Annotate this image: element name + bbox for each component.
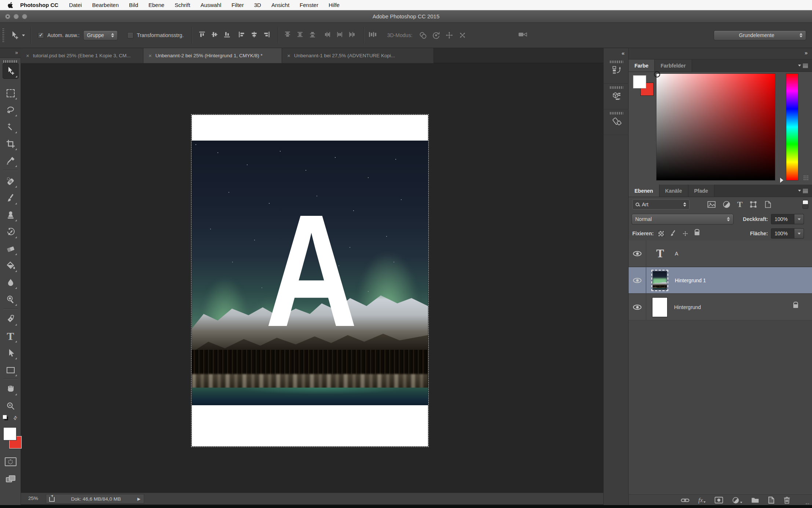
distribute-vertical-centers-icon[interactable] [296,30,306,40]
pen-tool[interactable] [0,311,21,328]
eyedropper-tool[interactable] [0,152,21,169]
crop-tool[interactable] [0,135,21,152]
panel-menu-button[interactable] [798,185,812,197]
opacity-caret-button[interactable] [794,214,804,224]
align-left-edges-icon[interactable] [238,30,247,40]
menu-fenster[interactable]: Fenster [295,0,323,10]
document-tab-1[interactable]: × tutorial.psd bei 25% (Ebene 1 Kopie 3,… [21,48,143,63]
auto-select-checkbox[interactable] [38,32,44,39]
spot-healing-brush-tool[interactable] [0,173,21,190]
layer-filter-toggle[interactable] [802,200,808,209]
expand-dock-icon[interactable]: » [805,50,808,56]
layer-name[interactable]: Hintergrund 1 [675,277,706,283]
transform-controls-checkbox[interactable] [127,32,133,39]
menu-schrift[interactable]: Schrift [169,0,195,10]
close-icon[interactable]: × [287,52,290,59]
new-group-button[interactable] [751,497,759,504]
menu-3d[interactable]: 3D [249,0,266,10]
zoom-level-field[interactable]: 25% [28,496,38,501]
rectangle-tool[interactable] [0,362,21,378]
lock-paint-icon[interactable] [669,230,677,237]
layer-row-text[interactable]: T A [629,240,812,267]
document-tab-2-active[interactable]: × Unbenannt-2 bei 25% (Hintergrund 1, CM… [143,48,282,63]
color-picker-marker[interactable] [654,71,660,77]
swap-colors-icon[interactable]: ⇄ [12,414,18,421]
menu-bearbeiten[interactable]: Bearbeiten [87,0,124,10]
threed-roll-icon[interactable] [431,30,441,40]
default-colors-icon[interactable] [4,417,8,420]
distribute-right-edges-icon[interactable] [348,30,358,40]
rectangular-marquee-tool[interactable] [0,85,21,102]
layer-row-hintergrund-locked[interactable]: Hintergrund [629,294,812,320]
lock-transparency-icon[interactable] [658,231,664,237]
distribute-spacing-icon[interactable] [368,30,378,40]
filter-pixel-layers-icon[interactable] [707,200,716,208]
distribute-bottom-edges-icon[interactable] [308,30,318,40]
device-preview-panel-button[interactable] [604,109,629,135]
tab-ebenen[interactable]: Ebenen [629,185,659,197]
close-icon[interactable]: × [149,52,152,59]
status-menu-arrow-icon[interactable]: ▶ [138,497,140,501]
distribute-top-edges-icon[interactable] [284,30,293,40]
tab-pfade[interactable]: Pfade [688,185,714,197]
properties-panel-button[interactable] [604,84,629,109]
layer-thumbnail-selected[interactable] [651,270,668,291]
panel-menu-button[interactable] [798,59,812,72]
new-adjustment-layer-button[interactable] [732,497,742,504]
align-vertical-centers-icon[interactable] [211,30,220,40]
align-top-edges-icon[interactable] [198,30,208,40]
menu-ansicht[interactable]: Ansicht [266,0,295,10]
threed-rotate-icon[interactable] [418,30,428,40]
tab-farbe[interactable]: Farbe [629,59,655,72]
menu-bild[interactable]: Bild [124,0,143,10]
threed-drag-icon[interactable] [445,30,454,40]
saturation-brightness-field[interactable] [656,73,775,181]
magic-wand-tool[interactable] [0,119,21,135]
clone-stamp-tool[interactable] [0,207,21,224]
zoom-window-button[interactable] [22,14,27,19]
document-tab-3[interactable]: × Unbenannt-1 bei 27,5% (ADVENTURE Kopi.… [282,48,434,63]
threed-slide-icon[interactable] [458,30,467,40]
fill-caret-button[interactable] [794,228,804,239]
lasso-tool[interactable] [0,102,21,119]
tab-farbfelder[interactable]: Farbfelder [655,59,692,72]
text-layer-thumbnail[interactable]: T [652,247,668,260]
blend-mode-dropdown[interactable]: Normal [632,214,734,225]
delete-layer-button[interactable] [783,496,790,504]
blur-tool[interactable] [0,274,21,291]
eraser-tool[interactable] [0,240,21,257]
visibility-cell[interactable] [629,267,646,293]
auto-select-dropdown[interactable]: Gruppe [83,30,118,40]
menu-filter[interactable]: Filter [226,0,249,10]
menu-ebene[interactable]: Ebene [143,0,169,10]
toolbar-collapse-button[interactable]: » [0,48,21,58]
fill-value-field[interactable]: 100% [771,228,794,239]
layer-style-button[interactable]: fx [698,497,706,504]
menu-app-name[interactable]: Photoshop CC [15,0,64,10]
layer-filter-type-dropdown[interactable]: Art [632,199,690,210]
menu-auswahl[interactable]: Auswahl [195,0,227,10]
history-panel-button[interactable] [604,58,629,84]
visibility-cell[interactable] [629,294,646,320]
menu-datei[interactable]: Datei [64,0,87,10]
paint-bucket-tool[interactable] [0,257,21,274]
align-right-edges-icon[interactable] [263,30,272,40]
link-layers-button[interactable] [681,497,690,503]
history-brush-tool[interactable] [0,224,21,240]
quick-mask-mode-button[interactable] [0,453,21,470]
add-layer-mask-button[interactable] [714,497,723,504]
toolbar-grip[interactable] [3,60,18,63]
threed-camera-icon[interactable] [518,30,527,40]
align-bottom-edges-icon[interactable] [223,30,233,40]
foreground-color-swatch[interactable] [4,428,16,440]
dodge-tool[interactable] [0,291,21,308]
move-tool[interactable] [3,63,19,79]
close-icon[interactable]: × [26,52,29,59]
minimize-window-button[interactable] [14,14,19,19]
hand-tool[interactable] [0,381,21,398]
lock-all-icon[interactable] [695,232,699,235]
foreground-color-swatch[interactable] [633,75,646,88]
apple-icon[interactable] [7,1,13,8]
filter-smart-objects-icon[interactable] [764,200,772,208]
type-tool[interactable]: T [0,328,21,345]
